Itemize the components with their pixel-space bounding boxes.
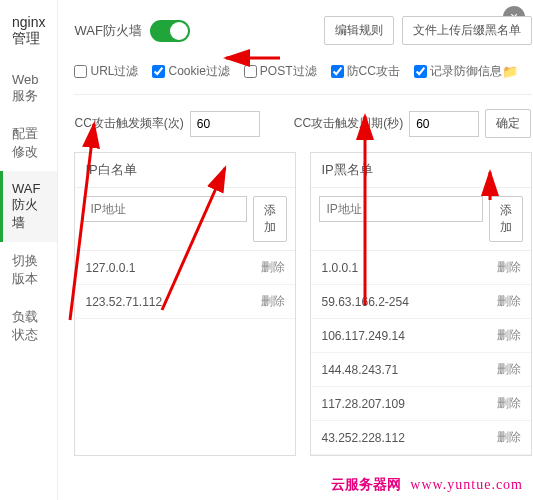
url-filter-label: URL过滤 (90, 63, 138, 80)
delete-button[interactable]: 删除 (497, 395, 521, 412)
delete-button[interactable]: 删除 (497, 429, 521, 446)
url-filter-checkbox[interactable]: URL过滤 (74, 63, 138, 80)
list-item: 106.117.249.14删除 (311, 319, 531, 353)
ip-value: 106.117.249.14 (321, 329, 404, 343)
blacklist-title: IP黑名单 (311, 153, 531, 188)
ip-value: 59.63.166.2-254 (321, 295, 408, 309)
ip-value: 123.52.71.112 (85, 295, 162, 309)
watermark-brand: 云服务器网 (331, 477, 401, 492)
cookie-filter-checkbox[interactable]: Cookie过滤 (152, 63, 229, 80)
cc-config-row: CC攻击触发频率(次) CC攻击触发周期(秒) 确定 (74, 109, 532, 138)
ip-value: 43.252.228.112 (321, 431, 404, 445)
delete-button[interactable]: 删除 (497, 361, 521, 378)
cc-cycle-input[interactable] (409, 111, 479, 137)
whitelist-title: IP白名单 (75, 153, 295, 188)
header-row: WAF防火墙 编辑规则 文件上传后缀黑名单 (74, 16, 532, 45)
folder-icon[interactable]: 📁 (502, 64, 518, 79)
list-item: 144.48.243.71删除 (311, 353, 531, 387)
whitelist-box: IP白名单 添加 127.0.0.1删除 123.52.71.112删除 (74, 152, 296, 456)
whitelist-ip-input[interactable] (83, 196, 247, 222)
sidebar-item-version[interactable]: 切换版本 (0, 242, 57, 298)
ip-value: 1.0.0.1 (321, 261, 358, 275)
list-item: 117.28.207.109删除 (311, 387, 531, 421)
ip-value: 117.28.207.109 (321, 397, 404, 411)
list-item: 127.0.0.1删除 (75, 251, 295, 285)
blacklist-ip-input[interactable] (319, 196, 483, 222)
log-filter-checkbox[interactable]: 记录防御信息📁 (414, 63, 518, 80)
watermark: 云服务器网 www.yuntue.com (331, 476, 523, 494)
sidebar-title: nginx管理 (0, 14, 57, 62)
waf-modal: × nginx管理 Web服务 配置修改 WAF防火墙 切换版本 负载状态 WA… (0, 0, 533, 500)
post-filter-checkbox[interactable]: POST过滤 (244, 63, 317, 80)
ip-value: 127.0.0.1 (85, 261, 135, 275)
delete-button[interactable]: 删除 (261, 259, 285, 276)
post-filter-label: POST过滤 (260, 63, 317, 80)
sidebar-item-web[interactable]: Web服务 (0, 62, 57, 115)
cc-freq-label: CC攻击触发频率(次) (74, 115, 183, 132)
blacklist-box: IP黑名单 添加 1.0.0.1删除 59.63.166.2-254删除 106… (310, 152, 532, 456)
list-item: 43.252.228.112删除 (311, 421, 531, 455)
ip-lists: IP白名单 添加 127.0.0.1删除 123.52.71.112删除 IP黑… (74, 152, 532, 456)
cc-freq-input[interactable] (190, 111, 260, 137)
blacklist-add-button[interactable]: 添加 (489, 196, 523, 242)
sidebar-item-load[interactable]: 负载状态 (0, 298, 57, 354)
upload-suffix-blacklist-button[interactable]: 文件上传后缀黑名单 (402, 16, 532, 45)
list-item: 59.63.166.2-254删除 (311, 285, 531, 319)
sidebar: nginx管理 Web服务 配置修改 WAF防火墙 切换版本 负载状态 (0, 0, 58, 500)
filter-row: URL过滤 Cookie过滤 POST过滤 防CC攻击 记录防御信息📁 (74, 63, 532, 95)
list-item: 123.52.71.112删除 (75, 285, 295, 319)
ip-value: 144.48.243.71 (321, 363, 398, 377)
cc-filter-checkbox[interactable]: 防CC攻击 (331, 63, 400, 80)
waf-label: WAF防火墙 (74, 22, 141, 40)
list-item: 1.0.0.1删除 (311, 251, 531, 285)
cc-cycle-label: CC攻击触发周期(秒) (294, 115, 403, 132)
delete-button[interactable]: 删除 (497, 327, 521, 344)
waf-toggle[interactable] (150, 20, 190, 42)
delete-button[interactable]: 删除 (261, 293, 285, 310)
whitelist-add-button[interactable]: 添加 (253, 196, 287, 242)
blacklist-rows: 1.0.0.1删除 59.63.166.2-254删除 106.117.249.… (311, 251, 531, 455)
edit-rules-button[interactable]: 编辑规则 (324, 16, 394, 45)
log-filter-label: 记录防御信息 (430, 63, 502, 80)
delete-button[interactable]: 删除 (497, 293, 521, 310)
sidebar-item-config[interactable]: 配置修改 (0, 115, 57, 171)
watermark-url: www.yuntue.com (410, 477, 523, 492)
cc-confirm-button[interactable]: 确定 (485, 109, 531, 138)
delete-button[interactable]: 删除 (497, 259, 521, 276)
main-panel: WAF防火墙 编辑规则 文件上传后缀黑名单 URL过滤 Cookie过滤 POS… (58, 0, 533, 500)
whitelist-rows: 127.0.0.1删除 123.52.71.112删除 (75, 251, 295, 319)
cookie-filter-label: Cookie过滤 (168, 63, 229, 80)
cc-filter-label: 防CC攻击 (347, 63, 400, 80)
sidebar-item-waf[interactable]: WAF防火墙 (0, 171, 57, 242)
